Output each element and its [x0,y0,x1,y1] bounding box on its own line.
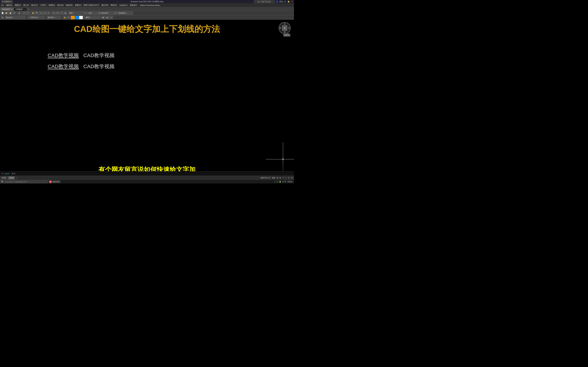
zoom-ratio: 1:1 [291,177,293,179]
help-icon: ❓ [291,1,293,2]
std-dropdown1[interactable]: ⊞ Standard ▾ [98,11,113,15]
lineweight-dropdown[interactable]: — 0.00 mm ▾ [28,16,45,19]
refresh-btn[interactable]: ↻ [114,11,117,15]
lw-dropdown-arrow: ▾ [38,17,39,18]
tab-add-button[interactable]: + [28,8,29,11]
color2-btn[interactable] [71,16,75,19]
save-btn[interactable]: 💾 [9,11,12,15]
menu-format[interactable]: 格式(O) [30,4,39,7]
menu-f[interactable]: (F) [0,4,5,7]
font-size-btn[interactable]: A↕ [84,11,88,15]
compass-west: 西 [279,27,281,29]
canvas-area[interactable]: CAD绘图一键给文字加上下划线的方法 CAD教学视频 CAD教学视频 CAD教学… [0,20,294,175]
zoom-win-btn[interactable]: ⊡ [47,11,51,15]
saveas-btn[interactable]: AS [12,11,16,15]
command-area: ✕ mtedit 命令: [0,171,294,176]
undo-btn[interactable]: ↩ [22,11,26,15]
tab-close-icon[interactable]: ✕ [11,8,12,10]
login-btn[interactable]: 登录 [279,0,283,3]
pan-btn[interactable]: ✋ [31,11,35,15]
dropdown-arrow-icon: ▾ [11,1,12,2]
crosshair-square [282,158,284,160]
help-btn[interactable]: ? [60,11,63,15]
layer-dropdown[interactable]: ByLayer ▾ [5,16,26,19]
tab-drawing1[interactable]: Drawing1* ✕ [1,8,14,11]
match-prop-btn[interactable]: MP [56,11,59,15]
sep-p3 [61,16,62,19]
fill-btn[interactable]: ▤ [105,16,109,19]
titlebar: ⚙ 经典模式 ▾ Autodesk AutoCAD 2020 CAD教程.dwg… [0,0,294,3]
snap-icon[interactable]: ⊟ [279,177,281,179]
tab-close-icon[interactable]: ✕ [24,8,25,10]
color-dropdown[interactable]: ByColor ▾ [47,16,61,19]
layer-freeze-btn[interactable]: ❄ [1,16,4,19]
windows-search-bar[interactable]: 🔍 [0,180,48,184]
lock-icon-btn[interactable]: 🔒 [63,16,67,19]
linetype-btn[interactable]: ≡ [109,16,113,19]
menu-insert[interactable]: 插入(I) [22,4,30,7]
std-dropdown2[interactable]: Standard ▾ [118,11,133,15]
compass-center-btn[interactable]: 上 [282,25,287,31]
text-btn[interactable]: A [63,11,67,15]
gear-icon: ⚙ [2,1,3,2]
color3-btn[interactable] [75,16,79,19]
menu-window[interactable]: 窗口(W) [101,4,109,7]
menu-edit[interactable]: 编辑(E) [5,4,13,7]
menu-param[interactable]: 参数(P) [74,4,82,7]
menu-tools[interactable]: 工具(T) [39,4,47,7]
menu-modify[interactable]: 修改(M) [65,4,74,7]
status-info: 燕秀字高=2.5 模型 ⊞ ⊟ ⊣ ⊢ ◎ 1:1 [260,177,293,179]
sun-icon-btn[interactable]: ☀ [67,16,71,19]
compass-south: 南 [284,31,285,33]
search-icon: 🔍 [1,181,4,183]
menu-yqpull[interactable]: YQArch Pull-down Menu [139,4,161,7]
layout-tab-2[interactable]: 布局2 [8,176,15,179]
compass-east: 东 [288,27,290,29]
color4-btn[interactable] [79,16,83,19]
3d-orbit-btn[interactable]: 3D [52,11,55,15]
font-dropdown[interactable]: 黑体 ▾ [68,11,84,15]
font-dropdown-arrow: ▾ [73,12,74,14]
ortho-icon[interactable]: ⊣ [282,177,284,179]
layout-tab-1[interactable]: 布局1 [1,176,8,179]
search-box[interactable]: 输入关键字或短语 [254,0,275,3]
mode-selector[interactable]: ⚙ 经典模式 ▾ [1,0,13,3]
paper-dropdown[interactable]: □ 图纸 ▾ [84,16,101,19]
sep-p1 [26,16,27,19]
menu-yqarch[interactable]: YQARCH [118,4,129,7]
windows-search-input[interactable] [5,181,39,183]
open-btn[interactable]: 📂 [5,11,8,15]
compass: 北 南 东 西 上 [279,22,290,33]
menu-yx[interactable]: 燕秀工具箱2.87(Y) [83,4,100,7]
compass-custom-btn[interactable]: 自定义 [283,34,290,36]
wu-icon[interactable]: 五 [276,181,278,183]
style-dropdown[interactable]: yq5 ▾ [88,11,98,15]
redo-btn[interactable]: ↪ [26,11,30,15]
menu-view[interactable]: 视图(V) [14,4,22,7]
yanxiu-status: 燕秀字高=2.5 [260,177,271,179]
cad-text-underline-1: CAD教学视频 [48,52,79,59]
style-dropdown-arrow: ▾ [92,12,93,14]
sep4 [51,12,51,15]
hatch-btn[interactable]: ▦ [101,16,105,19]
menu-dim[interactable]: 标注(N) [56,4,65,7]
zoom-prev-btn[interactable]: ⊟ [39,11,43,15]
zoom-ext-btn[interactable]: ⊞ [43,11,47,15]
menu-yqdesign[interactable]: 源泉设计 [129,4,138,7]
zoom-btn[interactable]: 🔍 [35,11,39,15]
osnap-icon[interactable]: ◎ [288,177,290,179]
autocad-taskbar-icon[interactable]: A AutoCAD [48,180,61,184]
new-btn[interactable]: 📄 [1,11,4,15]
menu-help[interactable]: 帮助(H) [110,4,118,7]
print-btn[interactable]: 🖨 [17,11,21,15]
cad-text-normal-2: CAD教学视频 [83,63,114,70]
add-layout-btn[interactable]: + [16,177,18,179]
close-icon[interactable]: ✕ [1,172,3,175]
std-dropdown2-arrow: ▾ [126,12,127,14]
sogou-icon[interactable]: S [274,181,275,183]
tab-cad-tutorial[interactable]: CAD教程* ✕ [14,8,27,11]
polar-icon[interactable]: ⊢ [285,177,287,179]
grid-icon[interactable]: ⊞ [277,177,278,179]
command-label: mtedit [4,173,9,175]
menu-draw[interactable]: 绘图(D) [48,4,56,7]
